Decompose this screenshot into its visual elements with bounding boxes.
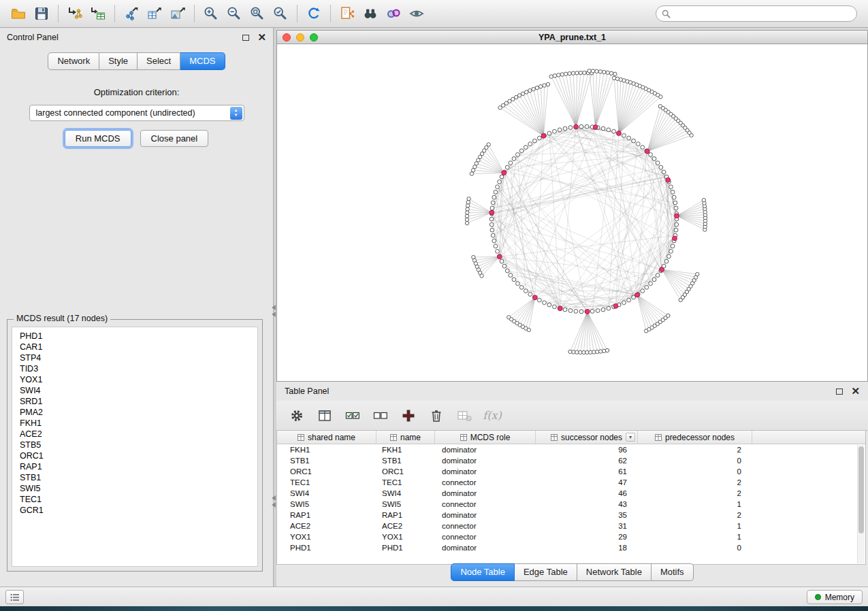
scrollbar-thumb[interactable]: [858, 446, 864, 533]
mcds-result-item[interactable]: ORC1: [12, 450, 257, 461]
mcds-result-item[interactable]: STB1: [12, 472, 257, 483]
create-column-button[interactable]: [400, 407, 417, 425]
network-canvas[interactable]: [276, 44, 868, 382]
close-panel-icon[interactable]: ✕: [851, 388, 860, 395]
table-row[interactable]: TEC1TEC1connector472: [277, 477, 865, 488]
column-header-successor-nodes[interactable]: successor nodes ▾: [536, 431, 638, 444]
search-box[interactable]: [656, 5, 857, 22]
delete-column-button[interactable]: [428, 407, 445, 425]
tab-network[interactable]: Network: [48, 52, 99, 70]
column-type-icon: [551, 434, 558, 441]
column-header-mcds-role[interactable]: MCDS role: [435, 431, 536, 444]
search-input[interactable]: [674, 9, 851, 18]
close-panel-button[interactable]: Close panel: [140, 130, 209, 147]
mcds-result-item[interactable]: ACE2: [12, 429, 257, 440]
export-table-button[interactable]: [143, 3, 166, 24]
mcds-result-item[interactable]: SRD1: [12, 396, 257, 407]
column-header-predecessor-nodes[interactable]: predecessor nodes: [638, 431, 752, 444]
column-header-shared-name[interactable]: shared name: [277, 431, 376, 444]
mcds-result-item[interactable]: FKH1: [12, 418, 257, 429]
mcds-result-item[interactable]: SWI4: [12, 385, 257, 396]
columns-icon: [317, 408, 332, 423]
table-row[interactable]: ACE2ACE2connector311: [277, 521, 865, 531]
close-window-icon[interactable]: [283, 33, 291, 42]
control-panel: Control Panel ✕ Network Style Select MCD…: [0, 28, 274, 587]
export-network-button[interactable]: [120, 3, 143, 24]
table-cell: 0: [638, 457, 752, 465]
table-cell: connector: [435, 500, 536, 508]
mcds-result-item[interactable]: STB5: [12, 440, 257, 450]
table-cell: 1: [638, 522, 752, 530]
table-row[interactable]: YOX1YOX1connector291: [277, 531, 865, 542]
tab-network-table[interactable]: Network Table: [577, 563, 652, 581]
table-cell: 0: [638, 467, 752, 476]
table-cell: 31: [536, 522, 638, 530]
table-cell: 1: [638, 533, 752, 541]
memory-button[interactable]: Memory: [807, 590, 863, 604]
network-graph[interactable]: [277, 44, 866, 380]
mcds-result-item[interactable]: CAR1: [12, 342, 257, 352]
task-history-button[interactable]: [5, 590, 24, 604]
table-row[interactable]: SWI5SWI5connector431: [277, 499, 865, 510]
open-session-button[interactable]: [7, 3, 30, 24]
minimize-window-icon[interactable]: [296, 33, 304, 42]
deselect-all-rows-button[interactable]: [372, 407, 389, 425]
mcds-result-list[interactable]: PHD1CAR1STP4TID3YOX1SWI4SRD1PMA2FKH1ACE2…: [12, 327, 258, 567]
save-session-button[interactable]: [30, 3, 53, 24]
mcds-result-item[interactable]: STP4: [12, 352, 257, 363]
column-header-name[interactable]: name: [376, 431, 435, 444]
sort-dropdown-icon[interactable]: ▾: [626, 433, 635, 442]
import-network-button[interactable]: [63, 3, 86, 24]
table-cell: 96: [536, 446, 638, 454]
mcds-result-item[interactable]: SWI5: [12, 483, 257, 494]
zoom-fit-button[interactable]: [246, 3, 269, 24]
table-row[interactable]: PHD1PHD1dominator180: [277, 542, 865, 553]
table-cell: ORC1: [376, 467, 435, 476]
search-network-button[interactable]: [359, 3, 382, 24]
mcds-result-item[interactable]: YOX1: [12, 374, 257, 385]
table-row[interactable]: FKH1FKH1dominator962: [277, 444, 865, 455]
import-table-button[interactable]: [86, 3, 110, 24]
trash-icon: [429, 408, 444, 423]
float-panel-icon[interactable]: [242, 35, 249, 41]
tab-mcds[interactable]: MCDS: [180, 52, 225, 70]
tab-select[interactable]: Select: [138, 52, 180, 70]
mcds-result-item[interactable]: GCR1: [12, 505, 257, 516]
float-panel-icon[interactable]: [836, 389, 843, 395]
tab-motifs[interactable]: Motifs: [652, 563, 694, 581]
mcds-result-item[interactable]: TEC1: [12, 494, 257, 505]
zoom-in-button[interactable]: [199, 3, 223, 24]
show-hide-button[interactable]: [405, 3, 428, 24]
table-cell: STB1: [376, 457, 435, 465]
graphics-details-button[interactable]: [382, 3, 405, 24]
mcds-result-item[interactable]: PHD1: [12, 331, 257, 342]
table-cell: 2: [638, 489, 752, 497]
export-image-button[interactable]: [166, 3, 189, 24]
select-all-rows-button[interactable]: [344, 407, 361, 425]
tab-node-table[interactable]: Node Table: [451, 563, 515, 581]
refresh-button[interactable]: [302, 3, 325, 24]
maximize-window-icon[interactable]: [310, 33, 318, 42]
table-settings-button[interactable]: [288, 407, 306, 425]
table-row[interactable]: ORC1ORC1dominator610: [277, 466, 865, 477]
share-document-button[interactable]: [336, 3, 359, 24]
table-row[interactable]: STB1STB1dominator620: [277, 455, 865, 466]
table-row[interactable]: SWI4SWI4dominator462: [277, 488, 865, 499]
run-mcds-button[interactable]: Run MCDS: [65, 130, 131, 147]
tab-style[interactable]: Style: [99, 52, 138, 70]
table-row[interactable]: RAP1RAP1dominator352: [277, 510, 865, 521]
zoom-selected-button[interactable]: [269, 3, 292, 24]
network-window-titlebar[interactable]: YPA_prune.txt_1: [276, 30, 868, 44]
mcds-result-item[interactable]: TID3: [12, 363, 257, 374]
mcds-result-item[interactable]: RAP1: [12, 461, 257, 472]
mcds-result-item[interactable]: PMA2: [12, 407, 257, 418]
memory-status-icon: [815, 594, 821, 600]
main-toolbar: [0, 0, 868, 28]
table-cell: dominator: [435, 457, 536, 465]
tab-edge-table[interactable]: Edge Table: [515, 563, 577, 581]
close-panel-icon[interactable]: ✕: [257, 34, 266, 41]
criterion-dropdown[interactable]: largest connected component (undirected)…: [29, 105, 244, 121]
zoom-out-button[interactable]: [223, 3, 246, 24]
show-columns-button[interactable]: [316, 407, 334, 425]
table-scrollbar[interactable]: [857, 445, 865, 563]
